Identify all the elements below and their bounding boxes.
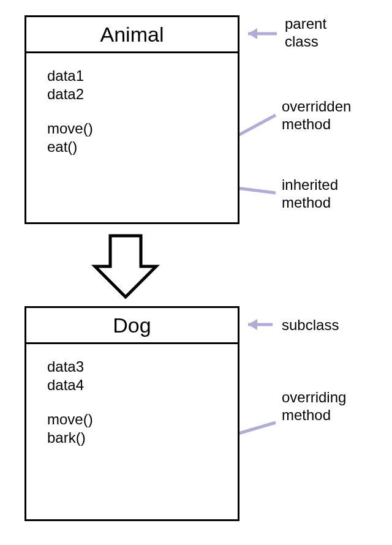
arrow-subclass [248,319,273,330]
text: parent [285,15,326,32]
child-method: bark() [47,429,217,447]
child-method: move() [47,410,217,429]
arrow-parent-class [248,28,277,39]
label-overridden-method: overridden method [282,98,351,133]
child-class-title: Dog [26,308,238,344]
text: overridden [282,98,351,115]
label-parent-class: parent class [285,15,326,51]
child-field: data4 [47,376,217,394]
label-inherited-method: inherited method [282,176,338,212]
svg-marker-1 [248,28,257,39]
parent-method: move() [47,119,217,138]
label-overriding-method: overriding method [282,389,346,424]
parent-field: data2 [47,85,217,103]
child-class-box: Dog data3 data4 move() bark() [24,306,239,521]
child-field: data3 [47,358,217,376]
parent-class-body: data1 data2 move() eat() [26,53,238,162]
text: method [282,194,331,211]
child-class-body: data3 data4 move() bark() [26,344,238,453]
parent-method: eat() [47,138,217,156]
inheritance-arrow [95,236,156,297]
text: overriding [282,389,346,405]
parent-class-box: Animal data1 data2 move() eat() [24,15,239,224]
text: subclass [282,317,339,333]
svg-marker-4 [95,236,156,297]
parent-field: data1 [47,67,217,85]
label-subclass: subclass [282,317,339,334]
text: inherited [282,176,338,193]
parent-class-title: Animal [26,17,238,53]
svg-marker-6 [248,319,257,330]
text: method [282,116,331,132]
text: method [282,407,331,423]
text: class [285,33,318,50]
